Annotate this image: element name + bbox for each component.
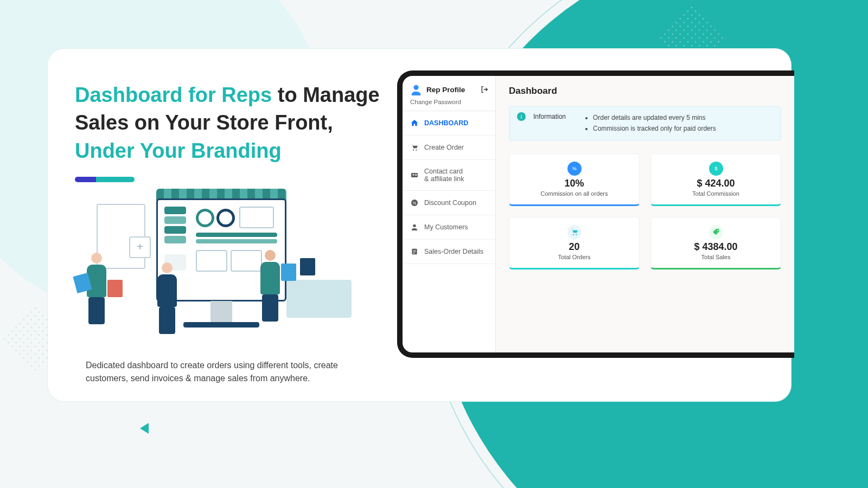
- avatar-icon: [410, 84, 422, 95]
- nav-create-order[interactable]: Create Order: [403, 136, 495, 160]
- stat-commission-rate-label: Commission on all orders: [515, 190, 634, 197]
- stat-total-orders-value: 20: [515, 241, 634, 253]
- stat-total-commission-label: Total Commission: [656, 190, 775, 197]
- info-icon: i: [517, 112, 526, 121]
- cart-icon: [410, 143, 419, 152]
- svg-text:%: %: [413, 201, 417, 206]
- svg-point-0: [413, 85, 418, 90]
- nav-contact-card[interactable]: Contact card& affiliate link: [403, 160, 495, 191]
- home-icon: [410, 119, 419, 127]
- description-text: Dedicated dashboard to create orders usi…: [86, 359, 346, 385]
- stat-commission-rate: % 10% Commission on all orders: [509, 153, 640, 206]
- nav-discount-coupon-label: Discount Coupon: [424, 199, 476, 207]
- stat-total-orders-label: Total Orders: [515, 254, 634, 260]
- svg-point-1: [412, 92, 421, 95]
- accent-bar: [75, 177, 135, 182]
- change-password-link[interactable]: Change Password: [403, 99, 495, 111]
- stat-total-sales: $ 4384.00 Total Sales: [650, 217, 781, 269]
- svg-point-18: [576, 234, 577, 235]
- svg-point-2: [413, 150, 414, 151]
- svg-point-19: [717, 230, 718, 231]
- svg-rect-12: [413, 250, 416, 251]
- prev-arrow-icon[interactable]: [140, 423, 149, 434]
- nav-my-customers-label: My Customers: [424, 223, 468, 231]
- svg-point-17: [572, 234, 573, 235]
- percent-badge-icon: %: [567, 162, 582, 176]
- dollar-badge-icon: $: [709, 162, 723, 176]
- nav-create-order-label: Create Order: [424, 144, 464, 151]
- stat-commission-rate-value: 10%: [515, 178, 634, 189]
- logout-icon[interactable]: [480, 85, 489, 94]
- id-card-icon: [410, 171, 419, 179]
- headline: Dashboard for Reps to Manage Sales on Yo…: [75, 81, 384, 165]
- svg-rect-14: [413, 253, 414, 254]
- storefront-illustration: +: [75, 198, 362, 350]
- nav-contact-card-label: Contact card& affiliate link: [424, 168, 464, 183]
- nav-my-customers[interactable]: My Customers: [403, 215, 495, 240]
- headline-accent-2: Under Your Branding: [75, 139, 282, 162]
- svg-rect-6: [415, 174, 417, 175]
- nav-dashboard-label: DASHBOARD: [424, 119, 468, 127]
- svg-point-3: [416, 150, 417, 151]
- nav-discount-coupon[interactable]: % Discount Coupon: [403, 191, 495, 215]
- nav-dashboard[interactable]: DASHBOARD: [403, 111, 495, 136]
- sidebar: Rep Profile Change Password DASHBOARD Cr…: [403, 76, 496, 352]
- tag-badge-icon: [709, 225, 723, 239]
- svg-rect-13: [413, 252, 416, 252]
- tablet-frame: Rep Profile Change Password DASHBOARD Cr…: [397, 70, 794, 358]
- headline-accent-1: Dashboard for Reps: [75, 84, 272, 106]
- info-bullet-1: Order details are updated every 5 mins: [593, 112, 716, 123]
- profile-header[interactable]: Rep Profile: [403, 76, 495, 99]
- cart-badge-icon: [567, 225, 582, 239]
- main-content: Dashboard i Information Order details ar…: [496, 76, 794, 352]
- stat-total-sales-label: Total Sales: [656, 254, 775, 260]
- info-banner: i Information Order details are updated …: [509, 106, 781, 140]
- svg-point-10: [413, 224, 416, 227]
- nav-sales-order-details-label: Sales-Order Details: [424, 248, 483, 255]
- person-icon: [410, 223, 419, 232]
- stat-total-commission-value: $ 424.00: [656, 178, 775, 189]
- info-bullet-2: Commission is tracked only for paid orde…: [593, 123, 716, 134]
- nav-sales-order-details[interactable]: Sales-Order Details: [403, 240, 495, 264]
- list-icon: [410, 247, 419, 256]
- svg-point-5: [413, 174, 414, 176]
- page-title: Dashboard: [509, 86, 781, 97]
- stat-total-sales-value: $ 4384.00: [656, 241, 775, 253]
- svg-text:$: $: [714, 166, 717, 171]
- svg-rect-7: [415, 175, 417, 176]
- content-card: Dashboard for Reps to Manage Sales on Yo…: [48, 49, 791, 401]
- profile-name: Rep Profile: [426, 86, 465, 94]
- stat-total-orders: 20 Total Orders: [509, 217, 640, 269]
- stat-total-commission: $ $ 424.00 Total Commission: [650, 153, 781, 206]
- info-label: Information: [533, 112, 566, 134]
- discount-icon: %: [410, 198, 419, 207]
- svg-text:%: %: [572, 166, 577, 171]
